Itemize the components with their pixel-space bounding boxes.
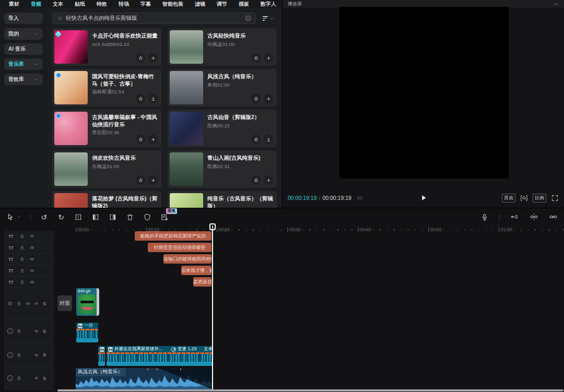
beat-marker: [147, 369, 148, 370]
delete-button[interactable]: [126, 213, 134, 221]
download-button[interactable]: [264, 135, 273, 144]
filter-button[interactable]: [260, 13, 277, 24]
filter-icon: [263, 16, 268, 21]
text-to-speech-button[interactable]: 限免: [160, 213, 169, 221]
split-button[interactable]: [74, 213, 83, 221]
music-card[interactable]: 落花拾梦 (古风纯音乐)（剪辑版2) 凯枫00:29: [52, 191, 161, 208]
top-menu-bar: 素材 音频 文本 贴纸 特效 转场 字幕 智能包装 滤镜 调节 模板 数字人: [0, 0, 282, 8]
tab-captions[interactable]: 字幕: [135, 1, 157, 8]
tab-text[interactable]: 文本: [47, 1, 69, 8]
delete-right-button[interactable]: [109, 213, 117, 221]
video-preview[interactable]: [339, 7, 509, 179]
link-icon: [549, 212, 558, 221]
sidebar-item-music-library[interactable]: 音乐库: [4, 58, 43, 70]
tab-filters[interactable]: 滤镜: [189, 1, 211, 8]
record-voiceover-button[interactable]: [480, 213, 489, 221]
music-audio-clip[interactable]: 风浅古风（纯音乐）: [76, 368, 213, 389]
music-clip-label: 风浅古风（纯音乐）: [76, 368, 126, 376]
auto-attach-button[interactable]: [510, 212, 519, 221]
clip-trim-handle[interactable]: [97, 288, 99, 316]
mask-button[interactable]: [143, 213, 151, 221]
aspect-ratio-button[interactable]: 比例: [533, 194, 546, 203]
horizontal-scrollbar[interactable]: [57, 389, 563, 391]
tab-effects[interactable]: 特效: [91, 1, 113, 8]
favorite-button[interactable]: [251, 53, 261, 63]
tab-audio[interactable]: 音频: [25, 1, 47, 8]
music-card[interactable]: 古风轻快纯音乐 向枫蓝01:00: [168, 28, 277, 66]
tts-audio-clip-main[interactable]: Aa 外婆总在我离家前缝补... 变速 1.2X 文本朗读: [107, 346, 213, 366]
collapse-icon[interactable]: [553, 1, 559, 7]
cover-button[interactable]: 封面: [57, 295, 72, 311]
add-to-timeline-button[interactable]: [264, 175, 273, 185]
chevron-down-icon[interactable]: [17, 215, 21, 219]
chevron-down-icon: [33, 77, 39, 82]
subtitle-clip[interactable]: 针脚歪歪扭扭却缝得极密: [148, 243, 212, 252]
music-thumbnail: [170, 112, 203, 145]
preview-zoom-button[interactable]: [520, 194, 528, 202]
undo-button[interactable]: ↺: [40, 213, 48, 221]
plus-icon: [266, 96, 272, 102]
original-quality-button[interactable]: 原画: [502, 194, 515, 203]
music-card[interactable]: 俏皮欢快古风音乐 向枫蓝01:00: [52, 150, 161, 188]
music-artist-duration: sick bubble02:24: [92, 41, 158, 47]
magnet-snap-icon: [530, 212, 538, 221]
subtitle-clip[interactable]: 是把牵挂: [193, 277, 212, 287]
favorite-button[interactable]: [251, 135, 261, 144]
clear-search-icon[interactable]: ×: [245, 15, 251, 21]
favorite-button[interactable]: [136, 135, 145, 144]
tab-sticker[interactable]: 贴纸: [69, 1, 91, 8]
favorite-button[interactable]: [251, 94, 261, 103]
snapping-button[interactable]: [530, 212, 538, 221]
sidebar-item-ai-music[interactable]: AI 音乐: [4, 43, 43, 55]
plus-icon: [266, 177, 272, 183]
subtitle-clip[interactable]: 粗糙的手指把新棉花絮得严实的: [135, 231, 212, 241]
music-artist-duration: 单相01:00: [207, 82, 257, 89]
music-card[interactable]: 纯音乐（古风音乐）（剪辑版） 潇海00:32: [168, 191, 277, 208]
add-to-timeline-button[interactable]: [148, 53, 158, 63]
music-card[interactable]: 古风温馨幸福叙事 - 中国风仙侠流行音乐 李欣慰02:36: [52, 110, 161, 147]
music-card[interactable]: 青山入画(古风纯音乐) 凯枫02:31: [168, 150, 277, 188]
tab-media[interactable]: 素材: [3, 1, 25, 8]
tab-digital-human[interactable]: 数字人: [255, 1, 282, 8]
fullscreen-button[interactable]: [551, 194, 559, 202]
music-card[interactable]: 风浅古风（纯音乐） 单相01:00: [168, 69, 277, 106]
tts-audio-clip[interactable]: Aa: [98, 346, 105, 366]
sidebar-item-sound-effects[interactable]: 音效库: [4, 74, 43, 85]
video-editor-app: 素材 音频 文本 贴纸 特效 转场 字幕 智能包装 滤镜 调节 模板 数字人 导…: [0, 0, 564, 392]
sidebar-item-mine[interactable]: 我的: [4, 28, 43, 40]
video-clip[interactable]: 640.gif: [76, 288, 99, 316]
favorite-button[interactable]: [136, 94, 145, 103]
subtitle-clip[interactable]: 连袖口的破洞都用同色线: [163, 254, 212, 264]
player-panel: 播放器 00:00:19:19 / 00:00:19:19 原画 比例: [283, 0, 564, 208]
add-to-timeline-button[interactable]: [264, 53, 273, 63]
redo-button[interactable]: ↻: [57, 213, 65, 221]
subtitle-clip[interactable]: 后来我才懂，她: [181, 266, 212, 275]
playhead-handle[interactable]: [209, 223, 216, 230]
download-button[interactable]: [148, 94, 158, 103]
favorite-button[interactable]: [136, 175, 145, 185]
favorite-button[interactable]: [251, 175, 261, 185]
select-tool-button[interactable]: [6, 213, 15, 221]
tts-audio-clip[interactable]: Aa 一分: [76, 323, 98, 342]
add-to-timeline-button[interactable]: [264, 94, 273, 103]
add-to-timeline-button[interactable]: [148, 135, 158, 144]
download-icon: [150, 96, 156, 102]
quality-bars-icon[interactable]: [356, 194, 364, 201]
music-card[interactable]: 国风可爱轻快俏皮-青梅竹马（笛子、古筝） 福林斯通01:54: [52, 69, 161, 106]
tab-transitions[interactable]: 转场: [113, 1, 135, 8]
linking-button[interactable]: [549, 212, 558, 221]
delete-left-button[interactable]: [91, 213, 100, 221]
tab-templates[interactable]: 模板: [233, 1, 255, 8]
favorite-button[interactable]: [136, 53, 145, 63]
sidebar-item-label: 我的: [8, 30, 19, 38]
search-input[interactable]: 轻快古风卡点的纯音乐剪辑版 ×: [52, 13, 256, 24]
tab-smart-pack[interactable]: 智能包装: [157, 1, 189, 8]
playhead[interactable]: [212, 225, 213, 389]
play-button[interactable]: [419, 194, 428, 202]
add-to-timeline-button[interactable]: [148, 175, 158, 185]
music-card[interactable]: 古风仙音（剪辑版2） 凯枫00:15: [168, 110, 277, 147]
music-title: 古风仙音（剪辑版2）: [207, 114, 260, 121]
tab-adjust[interactable]: 调节: [211, 1, 233, 8]
import-button[interactable]: 导入: [4, 13, 43, 24]
music-card[interactable]: 卡点开心纯音乐欢快正能量 sick bubble02:24: [52, 28, 161, 66]
